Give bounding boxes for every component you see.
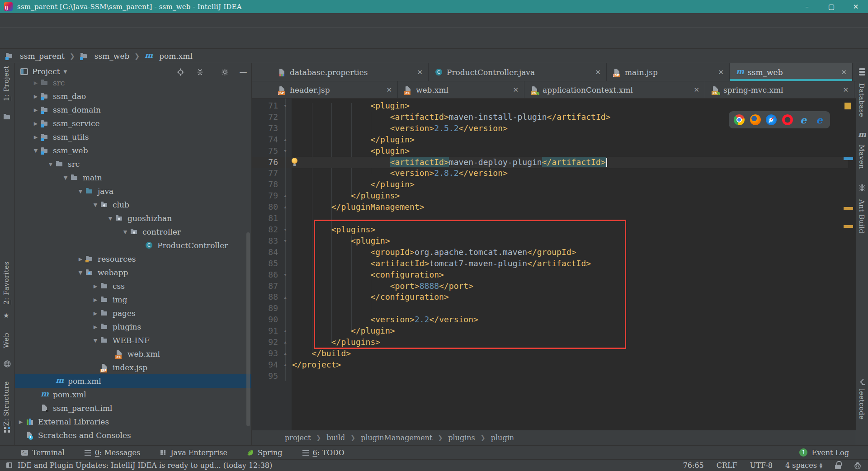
chevron-collapsed-icon[interactable]: ▶: [90, 283, 100, 289]
close-icon[interactable]: ✕: [837, 86, 849, 94]
collapse-all-icon[interactable]: [195, 67, 205, 77]
editor-tab[interactable]: JSPheader.jsp✕: [272, 81, 398, 98]
safari-icon[interactable]: [766, 114, 777, 125]
fold-marker-icon[interactable]: ▾: [281, 269, 290, 281]
chevron-expanded-icon[interactable]: ▼: [75, 270, 85, 276]
indent-widget[interactable]: 4 spaces ▲▼: [785, 461, 822, 470]
tree-item[interactable]: mpom.xml: [15, 374, 251, 388]
stripe-button-database[interactable]: Database: [858, 83, 866, 117]
tree-item[interactable]: ▼webapp: [15, 266, 251, 279]
chevron-expanded-icon[interactable]: ▼: [75, 188, 85, 194]
tree-item[interactable]: ▼WEB-INF: [15, 334, 251, 347]
event-log-button[interactable]: 1Event Log: [799, 448, 849, 457]
chevron-collapsed-icon[interactable]: ▶: [90, 324, 100, 330]
tree-item[interactable]: ▼guoshizhan: [15, 212, 251, 225]
chevron-collapsed-icon[interactable]: ▶: [31, 107, 41, 113]
error-stripe-mark-yellow[interactable]: [844, 207, 853, 210]
chevron-expanded-icon[interactable]: ▼: [46, 161, 56, 167]
tree-item[interactable]: ▼controller: [15, 225, 251, 239]
caret-position-widget[interactable]: 76:65: [683, 461, 704, 470]
status-message[interactable]: IDE and Plugin Updates: IntelliJ IDEA is…: [18, 461, 272, 470]
tree-item[interactable]: ▶img: [15, 293, 251, 306]
tree-item[interactable]: JSPindex.jsp: [15, 361, 251, 374]
settings-icon[interactable]: [220, 67, 230, 77]
tool-window-button-messages[interactable]: 0: Messages: [84, 448, 140, 457]
tree-item[interactable]: ▶External Libraries: [15, 415, 251, 429]
code-line[interactable]: </pluginManagement>: [292, 202, 610, 213]
globe-icon[interactable]: [3, 360, 11, 368]
editor-tab[interactable]: database.properties✕: [272, 63, 429, 81]
code-line[interactable]: </plugin>: [292, 134, 610, 146]
fold-marker-icon[interactable]: ▴: [281, 190, 290, 202]
chevron-expanded-icon[interactable]: ▼: [90, 202, 100, 208]
close-icon[interactable]: ✕: [411, 68, 423, 76]
xml-breadcrumb-item[interactable]: plugin: [491, 433, 514, 442]
xml-breadcrumb-item[interactable]: project: [285, 433, 311, 442]
database-stack-icon[interactable]: [858, 68, 866, 76]
ant-icon[interactable]: [858, 184, 866, 192]
fold-marker-icon[interactable]: ▾: [281, 146, 290, 157]
code-line[interactable]: </plugins>: [292, 190, 610, 202]
close-icon[interactable]: ✕: [381, 86, 392, 94]
fold-marker-icon[interactable]: ▾: [281, 224, 290, 236]
close-button[interactable]: ✕: [844, 0, 868, 13]
tree-item[interactable]: ▼java: [15, 184, 251, 198]
code-line[interactable]: </build>: [292, 348, 610, 359]
structure-blocks-icon[interactable]: [3, 426, 11, 434]
tree-item[interactable]: ▼src: [15, 157, 251, 171]
tree-item[interactable]: ▶src: [15, 80, 251, 89]
tree-item[interactable]: ▶css: [15, 279, 251, 293]
fold-marker-icon[interactable]: ▾: [281, 100, 290, 112]
chevron-expanded-icon[interactable]: ▼: [105, 216, 115, 221]
tree-item[interactable]: <>web.xml: [15, 347, 251, 361]
tool-window-button-javaenterprise[interactable]: Java Enterprise: [159, 448, 227, 457]
tree-item[interactable]: ▶plugins: [15, 320, 251, 334]
hide-panel-icon[interactable]: —: [238, 67, 248, 77]
fold-marker-icon[interactable]: ▴: [281, 134, 290, 146]
breadcrumb-item[interactable]: ssm_web: [94, 52, 130, 61]
code-editor[interactable]: 7172737475767778798081828384858687888990…: [252, 99, 856, 430]
close-icon[interactable]: ✕: [688, 86, 699, 94]
chevron-expanded-icon[interactable]: ▼: [31, 148, 41, 154]
editor-tab[interactable]: <>applicationContext.xml✕: [524, 81, 705, 98]
tree-item[interactable]: Scratches and Consoles: [15, 429, 251, 442]
firefox-icon[interactable]: [750, 114, 761, 125]
editor-tab[interactable]: mssm_web✕: [730, 63, 853, 81]
chevron-collapsed-icon[interactable]: ▶: [31, 94, 41, 99]
tree-item[interactable]: ▶ssm_dao: [15, 89, 251, 103]
breadcrumb-item[interactable]: ssm_parent: [20, 52, 65, 61]
fold-marker-icon[interactable]: ▴: [281, 337, 290, 348]
close-icon[interactable]: ✕: [712, 68, 724, 76]
xml-breadcrumb-item[interactable]: build: [326, 433, 345, 442]
editor-tab[interactable]: <>web.xml✕: [398, 81, 524, 98]
close-icon[interactable]: ✕: [835, 68, 847, 76]
code-line[interactable]: </project>: [292, 359, 610, 371]
xml-breadcrumb-item[interactable]: plugins: [448, 433, 475, 442]
stripe-button-maven[interactable]: Maven: [858, 145, 866, 169]
fold-marker-icon[interactable]: ▴: [281, 348, 290, 359]
xml-breadcrumb-item[interactable]: pluginManagement: [361, 433, 432, 442]
breadcrumb-item[interactable]: pom.xml: [159, 52, 193, 61]
fold-marker-icon[interactable]: ▾: [281, 236, 290, 247]
error-stripe-mark-yellow[interactable]: [844, 225, 853, 228]
edge-icon[interactable]: e: [814, 114, 825, 125]
stripe-button-web[interactable]: Web: [2, 333, 10, 348]
code-line[interactable]: </plugin>: [292, 179, 610, 190]
tree-item[interactable]: ▼club: [15, 198, 251, 212]
tool-window-button-terminal[interactable]: Terminal: [21, 448, 65, 457]
tree-item[interactable]: mpom.xml: [15, 388, 251, 401]
stripe-button-antbuild[interactable]: Ant Build: [858, 199, 866, 234]
line-ending-widget[interactable]: CRLF: [717, 461, 737, 470]
chevron-expanded-icon[interactable]: ▼: [120, 229, 130, 235]
tree-item[interactable]: ssm_parent.iml: [15, 401, 251, 415]
inspector-icon[interactable]: [854, 462, 862, 470]
editor-tab[interactable]: JSPmain.jsp✕: [607, 63, 730, 81]
minimize-button[interactable]: –: [795, 0, 819, 13]
chevron-collapsed-icon[interactable]: ▶: [90, 311, 100, 316]
fold-marker-icon[interactable]: ▴: [281, 202, 290, 213]
stripe-button-leetcode[interactable]: leetcode: [858, 389, 866, 420]
encoding-widget[interactable]: UTF-8: [750, 461, 773, 470]
close-icon[interactable]: ✕: [507, 86, 519, 94]
chevron-collapsed-icon[interactable]: ▶: [90, 297, 100, 303]
tree-item[interactable]: ▶ssm_utils: [15, 130, 251, 144]
